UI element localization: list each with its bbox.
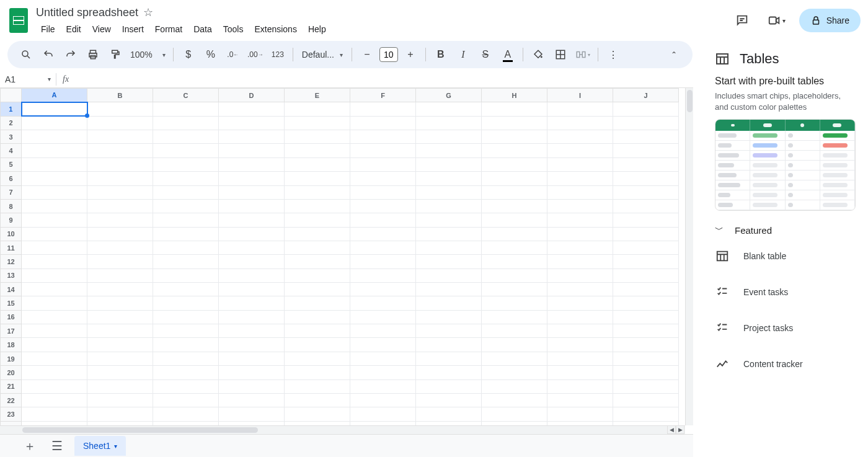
cell[interactable]: [22, 379, 87, 393]
cell[interactable]: [416, 213, 482, 227]
cell[interactable]: [547, 283, 613, 296]
cell[interactable]: [350, 241, 416, 254]
cell[interactable]: [482, 393, 547, 407]
row-header[interactable]: 18: [1, 338, 22, 352]
cell[interactable]: [547, 407, 613, 421]
cell[interactable]: [613, 268, 679, 282]
cell[interactable]: [613, 379, 679, 393]
cell[interactable]: [153, 283, 219, 296]
cell[interactable]: [350, 407, 416, 421]
cell[interactable]: [285, 158, 350, 171]
cell[interactable]: [613, 366, 679, 379]
cell[interactable]: [613, 338, 679, 352]
cell[interactable]: [87, 379, 153, 393]
cell[interactable]: [613, 352, 679, 365]
cell[interactable]: [482, 296, 547, 310]
cell[interactable]: [416, 379, 482, 393]
cell[interactable]: [219, 144, 285, 158]
cell[interactable]: [482, 324, 547, 338]
cell[interactable]: [613, 102, 679, 116]
cell[interactable]: [416, 366, 482, 379]
font-family-dropdown[interactable]: Defaul...▾: [298, 50, 347, 60]
cell[interactable]: [87, 352, 153, 365]
cell[interactable]: [350, 283, 416, 296]
strikethrough-button[interactable]: S: [476, 45, 495, 64]
cell[interactable]: [285, 324, 350, 338]
cell[interactable]: [350, 338, 416, 352]
cell[interactable]: [22, 310, 87, 324]
cell[interactable]: [219, 213, 285, 227]
cell[interactable]: [547, 185, 613, 199]
cell[interactable]: [416, 352, 482, 365]
sheet-tab-active[interactable]: Sheet1 ▾: [74, 436, 126, 456]
cell[interactable]: [22, 338, 87, 352]
column-header[interactable]: E: [285, 89, 350, 102]
row-header[interactable]: 1: [1, 102, 22, 116]
cell[interactable]: [547, 338, 613, 352]
cell[interactable]: [350, 144, 416, 158]
cell[interactable]: [153, 366, 219, 379]
cell[interactable]: [219, 158, 285, 171]
column-header[interactable]: J: [613, 89, 679, 102]
percent-button[interactable]: %: [201, 45, 221, 64]
cell[interactable]: [416, 283, 482, 296]
cell[interactable]: [350, 255, 416, 268]
cell[interactable]: [285, 172, 350, 185]
row-header[interactable]: 6: [1, 172, 22, 185]
cell[interactable]: [219, 185, 285, 199]
cell[interactable]: [87, 283, 153, 296]
column-header[interactable]: H: [482, 89, 547, 102]
print-button[interactable]: [83, 45, 103, 64]
cell[interactable]: [22, 393, 87, 407]
cell[interactable]: [153, 130, 219, 144]
cell[interactable]: [285, 310, 350, 324]
cell[interactable]: [219, 241, 285, 254]
increase-font-size-button[interactable]: +: [401, 45, 420, 64]
cell[interactable]: [350, 172, 416, 185]
cell[interactable]: [613, 310, 679, 324]
cell[interactable]: [153, 352, 219, 365]
cell[interactable]: [22, 324, 87, 338]
cell[interactable]: [153, 213, 219, 227]
cell[interactable]: [350, 393, 416, 407]
cell[interactable]: [219, 116, 285, 130]
cell[interactable]: [547, 393, 613, 407]
cell[interactable]: [613, 227, 679, 241]
cell[interactable]: [87, 255, 153, 268]
cell[interactable]: [285, 296, 350, 310]
row-header[interactable]: 4: [1, 144, 22, 158]
cell[interactable]: [285, 241, 350, 254]
cell[interactable]: [87, 407, 153, 421]
cell[interactable]: [416, 393, 482, 407]
cell[interactable]: [613, 130, 679, 144]
cell[interactable]: [547, 158, 613, 171]
cell[interactable]: [547, 296, 613, 310]
cell[interactable]: [219, 379, 285, 393]
fill-color-button[interactable]: [528, 45, 548, 64]
undo-button[interactable]: [38, 45, 58, 64]
row-header[interactable]: 17: [1, 324, 22, 338]
cell[interactable]: [416, 241, 482, 254]
menu-tools[interactable]: Tools: [218, 22, 249, 37]
template-blank-table[interactable]: Blank table: [702, 238, 868, 274]
cell[interactable]: [153, 324, 219, 338]
cell[interactable]: [350, 296, 416, 310]
cell[interactable]: [350, 379, 416, 393]
cell[interactable]: [153, 338, 219, 352]
template-content-tracker[interactable]: Content tracker: [702, 346, 868, 382]
cell[interactable]: [547, 324, 613, 338]
featured-section-toggle[interactable]: ﹀ Featured: [702, 211, 868, 238]
menu-data[interactable]: Data: [188, 22, 217, 37]
cell[interactable]: [285, 352, 350, 365]
cell[interactable]: [416, 407, 482, 421]
cell[interactable]: [350, 227, 416, 241]
cell[interactable]: [153, 144, 219, 158]
menu-insert[interactable]: Insert: [117, 22, 149, 37]
cell[interactable]: [87, 130, 153, 144]
cell[interactable]: [22, 130, 87, 144]
row-header[interactable]: 10: [1, 227, 22, 241]
cell[interactable]: [482, 283, 547, 296]
meet-button[interactable]: ▾: [764, 8, 789, 33]
cell[interactable]: [87, 241, 153, 254]
cell[interactable]: [482, 199, 547, 213]
